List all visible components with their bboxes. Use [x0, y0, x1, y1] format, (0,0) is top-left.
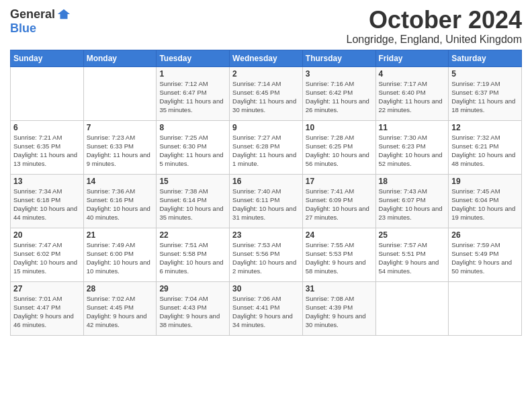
day-cell: 11Sunrise: 7:30 AMSunset: 6:23 PMDayligh…	[375, 120, 449, 174]
day-number: 19	[451, 177, 519, 186]
day-number: 29	[159, 284, 226, 293]
day-info: Sunrise: 7:57 AMSunset: 5:51 PMDaylight:…	[379, 240, 446, 276]
day-cell: 17Sunrise: 7:41 AMSunset: 6:09 PMDayligh…	[302, 174, 375, 228]
day-cell: 12Sunrise: 7:32 AMSunset: 6:21 PMDayligh…	[449, 120, 522, 174]
day-cell: 21Sunrise: 7:49 AMSunset: 6:00 PMDayligh…	[83, 228, 157, 281]
day-number: 16	[232, 177, 300, 186]
weekday-header-thursday: Thursday	[302, 50, 375, 66]
day-number: 5	[451, 69, 519, 79]
title-block: October 2024 Longridge, England, United …	[346, 7, 522, 46]
day-number: 25	[379, 230, 446, 240]
header: General Blue October 2024 Longridge, Eng…	[10, 7, 522, 46]
logo-icon	[56, 7, 71, 21]
day-cell: 15Sunrise: 7:38 AMSunset: 6:14 PMDayligh…	[157, 174, 230, 228]
day-cell: 4Sunrise: 7:17 AMSunset: 6:40 PMDaylight…	[375, 66, 449, 120]
logo-blue-text: Blue	[10, 21, 36, 36]
day-number: 31	[306, 284, 373, 293]
day-cell: 19Sunrise: 7:45 AMSunset: 6:04 PMDayligh…	[449, 174, 522, 228]
day-info: Sunrise: 7:53 AMSunset: 5:56 PMDaylight:…	[232, 240, 300, 276]
day-cell: 9Sunrise: 7:27 AMSunset: 6:28 PMDaylight…	[230, 120, 303, 174]
day-cell: 31Sunrise: 7:08 AMSunset: 4:39 PMDayligh…	[302, 281, 375, 335]
day-number: 11	[379, 123, 446, 132]
day-info: Sunrise: 7:08 AMSunset: 4:39 PMDaylight:…	[306, 294, 373, 330]
week-row-5: 27Sunrise: 7:01 AMSunset: 4:47 PMDayligh…	[11, 281, 522, 335]
day-cell: 2Sunrise: 7:14 AMSunset: 6:45 PMDaylight…	[230, 66, 303, 120]
day-number: 20	[13, 230, 81, 240]
day-number: 17	[306, 177, 373, 186]
day-cell: 7Sunrise: 7:23 AMSunset: 6:33 PMDaylight…	[83, 120, 157, 174]
day-info: Sunrise: 7:27 AMSunset: 6:28 PMDaylight:…	[232, 133, 300, 169]
day-cell	[375, 281, 449, 335]
day-number: 2	[232, 69, 300, 79]
logo-general-text: General	[10, 7, 55, 21]
day-cell: 10Sunrise: 7:28 AMSunset: 6:25 PMDayligh…	[302, 120, 375, 174]
day-info: Sunrise: 7:17 AMSunset: 6:40 PMDaylight:…	[379, 79, 446, 115]
day-cell: 27Sunrise: 7:01 AMSunset: 4:47 PMDayligh…	[11, 281, 84, 335]
day-number: 27	[13, 284, 81, 293]
day-info: Sunrise: 7:21 AMSunset: 6:35 PMDaylight:…	[13, 133, 81, 169]
day-cell: 8Sunrise: 7:25 AMSunset: 6:30 PMDaylight…	[157, 120, 230, 174]
day-cell: 26Sunrise: 7:59 AMSunset: 5:49 PMDayligh…	[449, 228, 522, 281]
day-number: 10	[306, 123, 373, 132]
day-info: Sunrise: 7:25 AMSunset: 6:30 PMDaylight:…	[159, 133, 226, 169]
day-cell: 30Sunrise: 7:06 AMSunset: 4:41 PMDayligh…	[230, 281, 303, 335]
day-info: Sunrise: 7:41 AMSunset: 6:09 PMDaylight:…	[306, 187, 373, 222]
day-number: 23	[232, 230, 300, 240]
day-cell: 28Sunrise: 7:02 AMSunset: 4:45 PMDayligh…	[83, 281, 157, 335]
day-info: Sunrise: 7:16 AMSunset: 6:42 PMDaylight:…	[306, 79, 373, 115]
day-cell: 23Sunrise: 7:53 AMSunset: 5:56 PMDayligh…	[230, 228, 303, 281]
day-cell	[11, 66, 84, 120]
day-info: Sunrise: 7:12 AMSunset: 6:47 PMDaylight:…	[159, 79, 226, 115]
weekday-header-saturday: Saturday	[449, 50, 522, 66]
week-row-1: 1Sunrise: 7:12 AMSunset: 6:47 PMDaylight…	[11, 66, 522, 120]
day-cell: 3Sunrise: 7:16 AMSunset: 6:42 PMDaylight…	[302, 66, 375, 120]
weekday-header-wednesday: Wednesday	[230, 50, 303, 66]
day-number: 13	[13, 177, 81, 186]
day-info: Sunrise: 7:55 AMSunset: 5:53 PMDaylight:…	[306, 240, 373, 276]
day-cell: 24Sunrise: 7:55 AMSunset: 5:53 PMDayligh…	[302, 228, 375, 281]
day-cell	[449, 281, 522, 335]
day-number: 12	[451, 123, 519, 132]
day-number: 3	[306, 69, 373, 79]
day-cell: 25Sunrise: 7:57 AMSunset: 5:51 PMDayligh…	[375, 228, 449, 281]
day-info: Sunrise: 7:51 AMSunset: 5:58 PMDaylight:…	[159, 240, 226, 276]
day-info: Sunrise: 7:06 AMSunset: 4:41 PMDaylight:…	[232, 294, 300, 330]
week-row-3: 13Sunrise: 7:34 AMSunset: 6:18 PMDayligh…	[11, 174, 522, 228]
day-number: 30	[232, 284, 300, 293]
day-cell: 16Sunrise: 7:40 AMSunset: 6:11 PMDayligh…	[230, 174, 303, 228]
day-cell: 5Sunrise: 7:19 AMSunset: 6:37 PMDaylight…	[449, 66, 522, 120]
week-row-2: 6Sunrise: 7:21 AMSunset: 6:35 PMDaylight…	[11, 120, 522, 174]
day-info: Sunrise: 7:28 AMSunset: 6:25 PMDaylight:…	[306, 133, 373, 169]
month-title: October 2024	[346, 7, 522, 34]
day-cell: 29Sunrise: 7:04 AMSunset: 4:43 PMDayligh…	[157, 281, 230, 335]
day-number: 15	[159, 177, 226, 186]
day-info: Sunrise: 7:47 AMSunset: 6:02 PMDaylight:…	[13, 240, 81, 276]
day-info: Sunrise: 7:59 AMSunset: 5:49 PMDaylight:…	[451, 240, 519, 276]
day-info: Sunrise: 7:38 AMSunset: 6:14 PMDaylight:…	[159, 187, 226, 222]
calendar: SundayMondayTuesdayWednesdayThursdayFrid…	[10, 50, 522, 336]
day-cell: 14Sunrise: 7:36 AMSunset: 6:16 PMDayligh…	[83, 174, 157, 228]
day-cell: 1Sunrise: 7:12 AMSunset: 6:47 PMDaylight…	[157, 66, 230, 120]
weekday-header-tuesday: Tuesday	[157, 50, 230, 66]
day-info: Sunrise: 7:49 AMSunset: 6:00 PMDaylight:…	[87, 240, 154, 276]
day-info: Sunrise: 7:30 AMSunset: 6:23 PMDaylight:…	[379, 133, 446, 169]
day-info: Sunrise: 7:43 AMSunset: 6:07 PMDaylight:…	[379, 187, 446, 222]
day-info: Sunrise: 7:01 AMSunset: 4:47 PMDaylight:…	[13, 294, 81, 330]
day-info: Sunrise: 7:32 AMSunset: 6:21 PMDaylight:…	[451, 133, 519, 169]
day-cell: 6Sunrise: 7:21 AMSunset: 6:35 PMDaylight…	[11, 120, 84, 174]
day-number: 8	[159, 123, 226, 132]
weekday-header-friday: Friday	[375, 50, 449, 66]
day-info: Sunrise: 7:04 AMSunset: 4:43 PMDaylight:…	[159, 294, 226, 330]
day-number: 18	[379, 177, 446, 186]
day-number: 21	[87, 230, 154, 240]
day-number: 14	[87, 177, 154, 186]
weekday-header-row: SundayMondayTuesdayWednesdayThursdayFrid…	[11, 50, 522, 66]
day-number: 1	[159, 69, 226, 79]
weekday-header-monday: Monday	[83, 50, 157, 66]
day-cell: 18Sunrise: 7:43 AMSunset: 6:07 PMDayligh…	[375, 174, 449, 228]
day-info: Sunrise: 7:14 AMSunset: 6:45 PMDaylight:…	[232, 79, 300, 115]
day-number: 26	[451, 230, 519, 240]
day-info: Sunrise: 7:02 AMSunset: 4:45 PMDaylight:…	[87, 294, 154, 330]
day-info: Sunrise: 7:34 AMSunset: 6:18 PMDaylight:…	[13, 187, 81, 222]
day-cell	[83, 66, 157, 120]
